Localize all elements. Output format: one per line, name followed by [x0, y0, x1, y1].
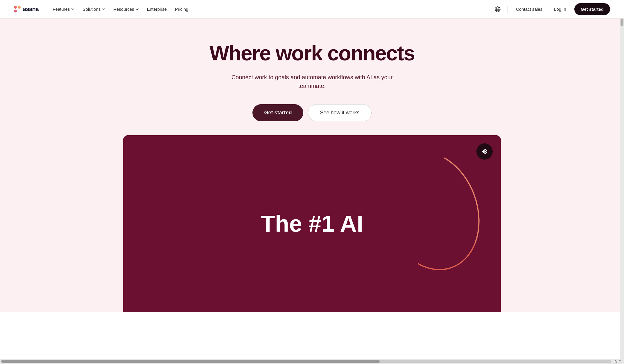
navbar-left: asana Features Solutions Resources	[14, 4, 192, 14]
nav-features-label: Features	[53, 7, 70, 12]
sound-icon	[481, 148, 488, 155]
nav-enterprise-label: Enterprise	[147, 7, 167, 12]
logo[interactable]: asana	[14, 6, 39, 12]
logo-dots-top	[14, 6, 21, 9]
hero-section: Where work connects Connect work to goal…	[0, 19, 624, 312]
nav-resources[interactable]: Resources	[110, 4, 142, 14]
logo-dot-1	[14, 6, 17, 9]
hero-subtitle: Connect work to goals and automate workf…	[231, 73, 393, 90]
navbar: asana Features Solutions Resources	[0, 0, 624, 19]
decorative-arc	[367, 138, 496, 284]
nav-enterprise[interactable]: Enterprise	[144, 4, 170, 14]
see-how-button[interactable]: See how it works	[308, 104, 371, 121]
nav-solutions-label: Solutions	[83, 7, 101, 12]
logo-icon	[14, 6, 21, 12]
logo-dots-bottom	[14, 10, 21, 12]
login-button[interactable]: Log In	[551, 4, 570, 14]
nav-resources-label: Resources	[113, 7, 134, 12]
solutions-chevron-icon	[102, 8, 105, 11]
navbar-divider	[508, 6, 508, 13]
logo-dot-2	[18, 6, 21, 9]
language-selector-button[interactable]	[492, 4, 503, 15]
nav-pricing-label: Pricing	[175, 7, 188, 12]
get-started-hero-button[interactable]: Get started	[252, 104, 303, 121]
nav-solutions[interactable]: Solutions	[79, 4, 109, 14]
hero-title: Where work connects	[209, 42, 415, 65]
vertical-scrollbar[interactable]: ▲	[620, 0, 624, 312]
features-chevron-icon	[71, 8, 74, 11]
video-player[interactable]: The #1 AI	[123, 135, 501, 312]
logo-text: asana	[23, 6, 39, 12]
get-started-nav-button[interactable]: Get started	[574, 3, 610, 15]
resources-chevron-icon	[135, 8, 139, 11]
nav-features[interactable]: Features	[49, 4, 78, 14]
logo-dot-3	[14, 10, 17, 12]
nav-links: Features Solutions Resources Enterprise	[49, 4, 192, 14]
nav-pricing[interactable]: Pricing	[171, 4, 192, 14]
video-container: The #1 AI	[123, 135, 501, 312]
globe-icon	[494, 6, 501, 12]
video-main-text: The #1 AI	[261, 210, 363, 237]
navbar-right: Contact sales Log In Get started	[492, 3, 610, 15]
sound-toggle-button[interactable]	[476, 143, 493, 160]
contact-sales-button[interactable]: Contact sales	[512, 4, 546, 14]
hero-buttons: Get started See how it works	[252, 104, 371, 121]
